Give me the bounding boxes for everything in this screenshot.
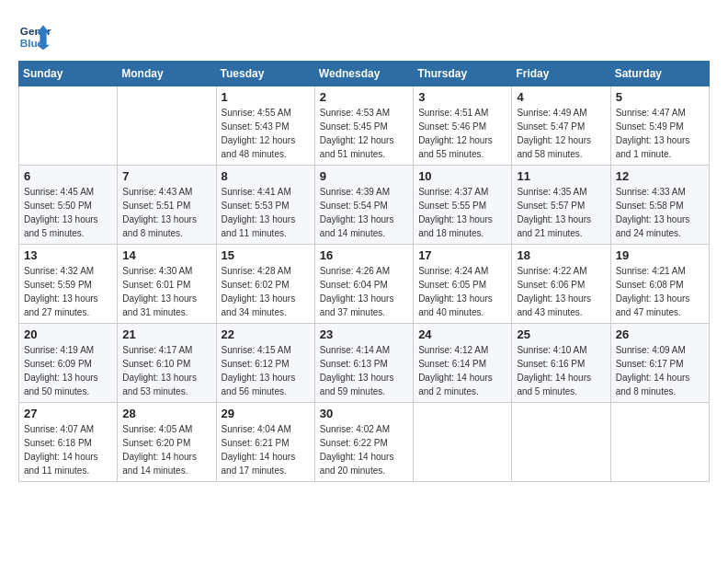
calendar-week-row: 20Sunrise: 4:19 AM Sunset: 6:09 PM Dayli… [19,324,710,403]
day-info: Sunrise: 4:41 AM Sunset: 5:53 PM Dayligh… [222,185,310,240]
day-info: Sunrise: 4:30 AM Sunset: 6:01 PM Dayligh… [122,264,210,319]
weekday-header-sunday: Sunday [19,62,118,86]
calendar-cell: 27Sunrise: 4:07 AM Sunset: 6:18 PM Dayli… [19,403,118,482]
calendar-week-row: 1Sunrise: 4:55 AM Sunset: 5:43 PM Daylig… [19,86,710,166]
calendar-cell: 14Sunrise: 4:30 AM Sunset: 6:01 PM Dayli… [118,245,216,324]
page-header: General Blue [18,18,710,52]
day-number: 9 [320,169,408,183]
day-info: Sunrise: 4:39 AM Sunset: 5:54 PM Dayligh… [320,185,408,240]
day-number: 1 [222,90,310,104]
day-info: Sunrise: 4:47 AM Sunset: 5:49 PM Dayligh… [616,106,704,161]
calendar-cell: 4Sunrise: 4:49 AM Sunset: 5:47 PM Daylig… [512,86,610,166]
day-info: Sunrise: 4:43 AM Sunset: 5:51 PM Dayligh… [122,185,210,240]
day-number: 23 [320,327,408,341]
calendar-cell: 13Sunrise: 4:32 AM Sunset: 5:59 PM Dayli… [19,245,118,324]
day-number: 24 [418,327,506,341]
calendar-cell: 5Sunrise: 4:47 AM Sunset: 5:49 PM Daylig… [610,86,709,166]
calendar-cell: 18Sunrise: 4:22 AM Sunset: 6:06 PM Dayli… [512,245,610,324]
calendar-week-row: 27Sunrise: 4:07 AM Sunset: 6:18 PM Dayli… [19,403,710,482]
day-number: 16 [320,248,408,262]
day-info: Sunrise: 4:10 AM Sunset: 6:16 PM Dayligh… [517,343,605,398]
day-info: Sunrise: 4:55 AM Sunset: 5:43 PM Dayligh… [222,106,310,161]
calendar-cell [118,86,216,166]
day-info: Sunrise: 4:07 AM Sunset: 6:18 PM Dayligh… [24,422,112,477]
calendar-cell [610,403,709,482]
day-number: 19 [616,248,704,262]
calendar-cell: 6Sunrise: 4:45 AM Sunset: 5:50 PM Daylig… [19,166,118,245]
day-number: 13 [24,248,112,262]
day-info: Sunrise: 4:12 AM Sunset: 6:14 PM Dayligh… [418,343,506,398]
day-info: Sunrise: 4:21 AM Sunset: 6:08 PM Dayligh… [616,264,704,319]
day-number: 21 [122,327,210,341]
day-number: 18 [517,248,605,262]
weekday-header-tuesday: Tuesday [216,62,314,86]
day-info: Sunrise: 4:28 AM Sunset: 6:02 PM Dayligh… [222,264,310,319]
day-info: Sunrise: 4:02 AM Sunset: 6:22 PM Dayligh… [320,422,408,477]
day-info: Sunrise: 4:24 AM Sunset: 6:05 PM Dayligh… [418,264,506,319]
day-info: Sunrise: 4:19 AM Sunset: 6:09 PM Dayligh… [24,343,112,398]
logo-icon: General Blue [18,18,51,52]
day-info: Sunrise: 4:37 AM Sunset: 5:55 PM Dayligh… [418,185,506,240]
day-info: Sunrise: 4:45 AM Sunset: 5:50 PM Dayligh… [24,185,112,240]
weekday-header-thursday: Thursday [414,62,512,86]
calendar-cell: 22Sunrise: 4:15 AM Sunset: 6:12 PM Dayli… [216,324,314,403]
day-number: 29 [222,407,310,420]
day-number: 20 [24,327,112,341]
calendar-cell: 8Sunrise: 4:41 AM Sunset: 5:53 PM Daylig… [216,166,314,245]
weekday-header-wednesday: Wednesday [314,62,413,86]
day-info: Sunrise: 4:49 AM Sunset: 5:47 PM Dayligh… [517,106,605,161]
day-info: Sunrise: 4:32 AM Sunset: 5:59 PM Dayligh… [24,264,112,319]
day-number: 17 [418,248,506,262]
day-number: 27 [24,407,112,420]
day-number: 25 [517,327,605,341]
calendar-cell: 15Sunrise: 4:28 AM Sunset: 6:02 PM Dayli… [216,245,314,324]
calendar-cell: 29Sunrise: 4:04 AM Sunset: 6:21 PM Dayli… [216,403,314,482]
calendar-cell: 11Sunrise: 4:35 AM Sunset: 5:57 PM Dayli… [512,166,610,245]
weekday-header-row: SundayMondayTuesdayWednesdayThursdayFrid… [19,62,710,86]
day-number: 28 [122,407,210,420]
day-number: 3 [418,90,506,104]
day-info: Sunrise: 4:33 AM Sunset: 5:58 PM Dayligh… [616,185,704,240]
calendar-cell: 28Sunrise: 4:05 AM Sunset: 6:20 PM Dayli… [118,403,216,482]
calendar-table: SundayMondayTuesdayWednesdayThursdayFrid… [18,61,710,482]
calendar-cell [19,86,118,166]
calendar-cell: 24Sunrise: 4:12 AM Sunset: 6:14 PM Dayli… [414,324,512,403]
calendar-cell: 17Sunrise: 4:24 AM Sunset: 6:05 PM Dayli… [414,245,512,324]
calendar-cell: 3Sunrise: 4:51 AM Sunset: 5:46 PM Daylig… [414,86,512,166]
day-info: Sunrise: 4:15 AM Sunset: 6:12 PM Dayligh… [222,343,310,398]
day-number: 6 [24,169,112,183]
calendar-cell: 1Sunrise: 4:55 AM Sunset: 5:43 PM Daylig… [216,86,314,166]
day-info: Sunrise: 4:22 AM Sunset: 6:06 PM Dayligh… [517,264,605,319]
day-info: Sunrise: 4:51 AM Sunset: 5:46 PM Dayligh… [418,106,506,161]
calendar-cell: 10Sunrise: 4:37 AM Sunset: 5:55 PM Dayli… [414,166,512,245]
day-info: Sunrise: 4:26 AM Sunset: 6:04 PM Dayligh… [320,264,408,319]
day-info: Sunrise: 4:17 AM Sunset: 6:10 PM Dayligh… [122,343,210,398]
day-number: 15 [222,248,310,262]
day-info: Sunrise: 4:14 AM Sunset: 6:13 PM Dayligh… [320,343,408,398]
day-info: Sunrise: 4:09 AM Sunset: 6:17 PM Dayligh… [616,343,704,398]
weekday-header-saturday: Saturday [610,62,709,86]
weekday-header-monday: Monday [118,62,216,86]
calendar-cell: 25Sunrise: 4:10 AM Sunset: 6:16 PM Dayli… [512,324,610,403]
day-info: Sunrise: 4:05 AM Sunset: 6:20 PM Dayligh… [122,422,210,477]
calendar-cell: 19Sunrise: 4:21 AM Sunset: 6:08 PM Dayli… [610,245,709,324]
day-number: 11 [517,169,605,183]
day-info: Sunrise: 4:53 AM Sunset: 5:45 PM Dayligh… [320,106,408,161]
day-info: Sunrise: 4:35 AM Sunset: 5:57 PM Dayligh… [517,185,605,240]
calendar-cell: 16Sunrise: 4:26 AM Sunset: 6:04 PM Dayli… [314,245,413,324]
day-number: 2 [320,90,408,104]
calendar-cell: 23Sunrise: 4:14 AM Sunset: 6:13 PM Dayli… [314,324,413,403]
weekday-header-friday: Friday [512,62,610,86]
day-number: 5 [616,90,704,104]
day-number: 4 [517,90,605,104]
calendar-cell: 7Sunrise: 4:43 AM Sunset: 5:51 PM Daylig… [118,166,216,245]
calendar-cell: 2Sunrise: 4:53 AM Sunset: 5:45 PM Daylig… [314,86,413,166]
calendar-cell: 12Sunrise: 4:33 AM Sunset: 5:58 PM Dayli… [610,166,709,245]
day-number: 7 [122,169,210,183]
calendar-cell: 30Sunrise: 4:02 AM Sunset: 6:22 PM Dayli… [314,403,413,482]
calendar-cell: 26Sunrise: 4:09 AM Sunset: 6:17 PM Dayli… [610,324,709,403]
calendar-cell: 21Sunrise: 4:17 AM Sunset: 6:10 PM Dayli… [118,324,216,403]
calendar-week-row: 6Sunrise: 4:45 AM Sunset: 5:50 PM Daylig… [19,166,710,245]
day-number: 14 [122,248,210,262]
day-number: 26 [616,327,704,341]
